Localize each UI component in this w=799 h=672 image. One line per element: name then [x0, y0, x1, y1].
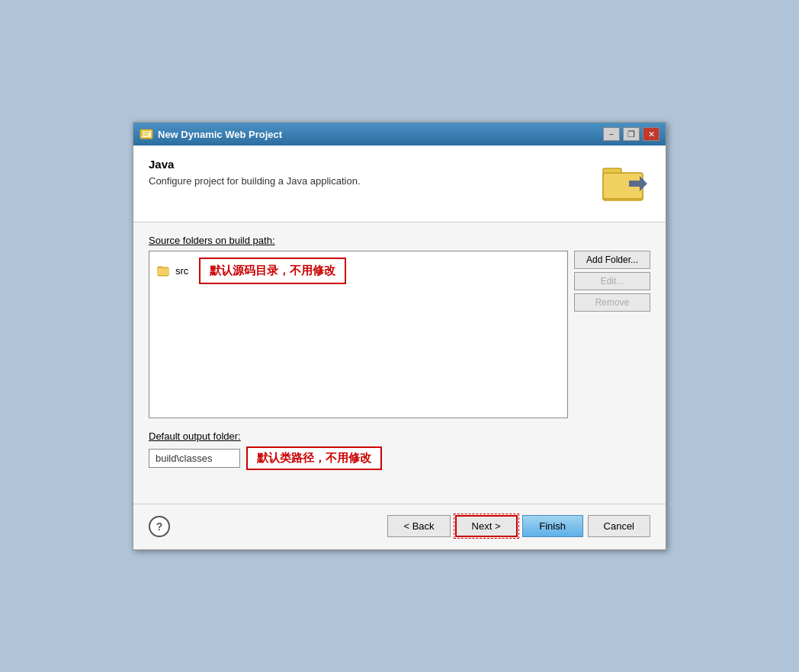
output-row: build\classes 默认类路径，不用修改	[149, 446, 650, 470]
header-section: Java Configure project for building a Ja…	[133, 146, 666, 222]
header-folder-icon	[602, 158, 650, 206]
source-list-item[interactable]: src 默认源码目录，不用修改	[154, 256, 563, 286]
svg-point-3	[142, 134, 143, 136]
source-folders-area: src 默认源码目录，不用修改 Add Folder... Edit... Re…	[149, 251, 650, 418]
output-annotation: 默认类路径，不用修改	[246, 446, 382, 470]
dialog-window: New Dynamic Web Project − ❐ ✕ Java Confi…	[133, 122, 666, 550]
svg-rect-4	[144, 133, 149, 133]
src-folder-icon	[157, 264, 171, 278]
source-list-box: src 默认源码目录，不用修改	[149, 251, 568, 418]
src-label: src	[175, 265, 188, 277]
header-title: Java	[149, 158, 602, 171]
title-bar-controls: − ❐ ✕	[603, 127, 659, 141]
dialog-content: Java Configure project for building a Ja…	[133, 146, 666, 549]
next-button[interactable]: Next >	[455, 515, 518, 537]
bottom-area: ? < Back Next > Finish Cancel	[133, 494, 666, 549]
svg-rect-1	[142, 131, 151, 137]
minimize-button[interactable]: −	[603, 127, 620, 141]
svg-rect-12	[158, 268, 168, 275]
remove-button[interactable]: Remove	[574, 293, 650, 312]
header-subtitle: Configure project for building a Java ap…	[149, 175, 602, 187]
window-title: New Dynamic Web Project	[158, 129, 282, 140]
edit-button[interactable]: Edit...	[574, 272, 650, 290]
output-section: Default output folder: build\classes 默认类…	[149, 430, 650, 470]
finish-button[interactable]: Finish	[522, 515, 583, 537]
cancel-button[interactable]: Cancel	[588, 515, 650, 537]
nav-buttons: < Back Next > Finish Cancel	[387, 515, 650, 537]
title-bar: New Dynamic Web Project − ❐ ✕	[133, 123, 666, 146]
add-folder-button[interactable]: Add Folder...	[574, 251, 650, 269]
source-section: Source folders on build path: src 默认源码目录…	[149, 235, 650, 418]
divider	[133, 504, 666, 504]
output-field[interactable]: build\classes	[149, 449, 240, 468]
svg-point-2	[142, 132, 143, 133]
help-button[interactable]: ?	[149, 516, 170, 537]
app-icon	[140, 127, 153, 141]
close-button[interactable]: ✕	[643, 127, 659, 141]
svg-rect-5	[144, 135, 148, 136]
header-text: Java Configure project for building a Ja…	[149, 158, 602, 187]
back-button[interactable]: < Back	[387, 515, 450, 537]
button-bar: ? < Back Next > Finish Cancel	[133, 515, 666, 549]
main-body: Source folders on build path: src 默认源码目录…	[133, 222, 666, 494]
output-label: Default output folder:	[149, 430, 650, 442]
restore-button[interactable]: ❐	[623, 127, 640, 141]
source-annotation: 默认源码目录，不用修改	[199, 258, 346, 284]
folder-buttons: Add Folder... Edit... Remove	[574, 251, 650, 418]
source-label: Source folders on build path:	[149, 235, 650, 246]
title-bar-left: New Dynamic Web Project	[140, 127, 282, 141]
